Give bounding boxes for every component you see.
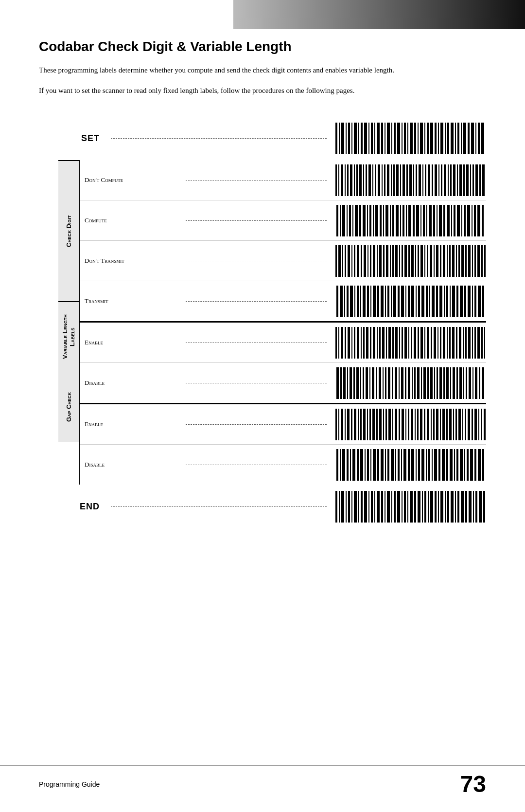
end-barcode — [331, 489, 486, 523]
svg-rect-310 — [446, 367, 449, 399]
svg-rect-370 — [336, 449, 338, 481]
svg-rect-220 — [456, 286, 458, 317]
svg-rect-438 — [418, 491, 420, 523]
svg-rect-426 — [377, 491, 380, 523]
svg-rect-49 — [347, 164, 349, 196]
page-number: 73 — [460, 771, 486, 797]
enable-gap-row: Enable — [80, 404, 486, 445]
svg-rect-103 — [369, 205, 371, 236]
svg-rect-263 — [447, 327, 448, 359]
svg-rect-77 — [435, 164, 437, 196]
svg-rect-127 — [451, 205, 452, 236]
svg-rect-116 — [413, 205, 415, 236]
svg-rect-304 — [427, 367, 429, 399]
svg-rect-427 — [381, 491, 383, 523]
svg-rect-424 — [371, 491, 373, 523]
footer-label: Programming Guide — [39, 780, 100, 788]
svg-rect-410 — [474, 449, 476, 481]
svg-rect-271 — [472, 327, 473, 359]
svg-rect-210 — [421, 286, 424, 317]
svg-rect-157 — [399, 245, 400, 277]
description-2: If you want to set the scanner to read o… — [39, 85, 486, 97]
disable-gap-row: Disable — [80, 445, 486, 485]
svg-rect-239 — [370, 327, 371, 359]
svg-rect-223 — [468, 286, 471, 317]
svg-rect-205 — [405, 286, 406, 317]
svg-rect-175 — [456, 245, 457, 277]
svg-rect-37 — [457, 123, 459, 154]
svg-rect-441 — [428, 491, 429, 523]
svg-rect-418 — [351, 491, 352, 523]
svg-rect-38 — [461, 123, 462, 154]
svg-rect-256 — [424, 327, 425, 359]
svg-rect-16 — [387, 123, 390, 154]
svg-rect-141 — [348, 245, 350, 277]
svg-rect-209 — [418, 286, 420, 317]
svg-rect-193 — [363, 286, 366, 317]
svg-rect-312 — [453, 367, 455, 399]
compute-dashes — [186, 220, 327, 221]
enable-gap-dashes — [186, 424, 327, 425]
svg-rect-248 — [399, 327, 400, 359]
svg-rect-87 — [466, 164, 469, 196]
svg-rect-200 — [387, 286, 389, 317]
svg-rect-292 — [388, 367, 390, 399]
svg-rect-265 — [452, 327, 455, 359]
svg-rect-348 — [417, 409, 419, 440]
svg-rect-403 — [450, 449, 453, 481]
svg-rect-245 — [388, 327, 391, 359]
dont-compute-barcode — [331, 163, 486, 197]
svg-rect-82 — [450, 164, 452, 196]
svg-rect-217 — [446, 286, 448, 317]
svg-rect-234 — [354, 327, 355, 359]
svg-rect-207 — [411, 286, 414, 317]
svg-rect-254 — [418, 327, 419, 359]
svg-rect-412 — [482, 449, 484, 481]
svg-rect-305 — [430, 367, 433, 399]
svg-rect-285 — [366, 367, 368, 399]
svg-rect-317 — [469, 367, 471, 399]
svg-rect-274 — [481, 327, 483, 359]
svg-rect-27 — [424, 123, 425, 154]
svg-rect-399 — [434, 449, 437, 481]
svg-rect-393 — [416, 449, 417, 481]
svg-rect-121 — [429, 205, 432, 236]
svg-rect-143 — [354, 245, 355, 277]
svg-rect-51 — [354, 164, 355, 196]
svg-rect-251 — [408, 327, 409, 359]
svg-rect-55 — [366, 164, 367, 196]
svg-rect-353 — [433, 409, 435, 440]
svg-rect-198 — [381, 286, 384, 317]
svg-rect-177 — [461, 245, 464, 277]
enable-gap-label: Enable — [85, 420, 182, 428]
svg-rect-80 — [444, 164, 446, 196]
svg-rect-216 — [444, 286, 445, 317]
svg-rect-417 — [348, 491, 350, 523]
svg-rect-450 — [457, 491, 459, 523]
svg-rect-100 — [359, 205, 361, 236]
enable-variable-dashes — [186, 343, 327, 343]
transmit-barcode — [331, 284, 486, 318]
svg-rect-202 — [393, 286, 396, 317]
svg-rect-378 — [365, 449, 366, 481]
svg-rect-300 — [414, 367, 416, 399]
check-digit-label: Check Digit — [58, 160, 79, 301]
svg-rect-270 — [468, 327, 471, 359]
svg-rect-367 — [478, 409, 479, 440]
svg-rect-431 — [394, 491, 396, 523]
svg-rect-119 — [423, 205, 425, 236]
svg-rect-286 — [369, 367, 370, 399]
svg-rect-400 — [438, 449, 440, 481]
svg-rect-351 — [427, 409, 429, 440]
svg-rect-113 — [402, 205, 404, 236]
svg-rect-414 — [339, 491, 340, 523]
svg-rect-444 — [438, 491, 439, 523]
svg-rect-110 — [392, 205, 394, 236]
svg-rect-14 — [381, 123, 383, 154]
svg-rect-137 — [335, 245, 337, 277]
svg-rect-241 — [377, 327, 378, 359]
svg-rect-182 — [477, 245, 480, 277]
svg-rect-58 — [375, 164, 376, 196]
svg-rect-199 — [385, 286, 386, 317]
svg-rect-425 — [374, 491, 375, 523]
